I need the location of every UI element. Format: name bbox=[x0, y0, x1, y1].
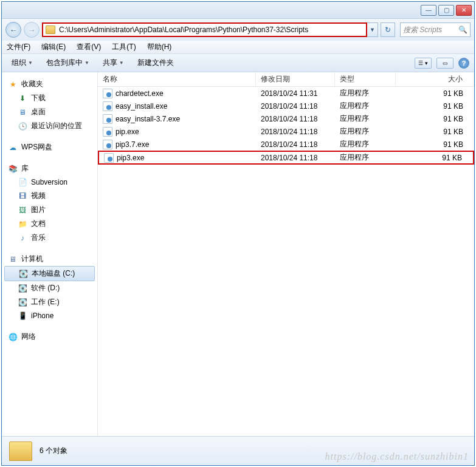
file-size: 91 KB bbox=[396, 140, 474, 149]
help-button[interactable]: ? bbox=[458, 58, 469, 69]
file-date: 2018/10/24 11:18 bbox=[256, 102, 335, 111]
titlebar: — ▢ ✕ bbox=[2, 2, 474, 19]
menu-edit[interactable]: 编辑(E) bbox=[41, 42, 66, 52]
address-input[interactable] bbox=[59, 26, 364, 34]
menu-help[interactable]: 帮助(H) bbox=[147, 42, 172, 52]
include-library-button[interactable]: 包含到库中▼ bbox=[41, 56, 94, 70]
new-folder-button[interactable]: 新建文件夹 bbox=[133, 56, 179, 70]
sidebar-wps[interactable]: ☁WPS网盘 bbox=[2, 140, 97, 154]
file-row[interactable]: pip3.exe2018/10/24 11:18应用程序91 KB bbox=[98, 151, 474, 165]
refresh-button[interactable]: ↻ bbox=[381, 22, 395, 37]
file-date: 2018/10/24 11:18 bbox=[256, 128, 335, 136]
menu-file[interactable]: 文件(F) bbox=[7, 42, 30, 52]
status-text: 6 个对象 bbox=[40, 446, 67, 456]
sidebar-item-drive-c[interactable]: 💽本地磁盘 (C:) bbox=[4, 266, 95, 281]
menu-view[interactable]: 查看(V) bbox=[77, 42, 101, 52]
file-name: chardetect.exe bbox=[116, 89, 164, 98]
search-box[interactable]: 搜索 Scripts 🔍 bbox=[400, 22, 471, 37]
exe-icon bbox=[103, 114, 112, 124]
file-type: 应用程序 bbox=[335, 126, 396, 137]
status-bar: 6 个对象 bbox=[2, 436, 474, 465]
file-date: 2018/10/24 11:31 bbox=[256, 89, 335, 98]
file-name: pip.exe bbox=[116, 128, 139, 136]
file-name: pip3.exe bbox=[117, 154, 144, 162]
file-row[interactable]: chardetect.exe2018/10/24 11:31应用程序91 KB bbox=[98, 87, 474, 100]
sidebar-item-documents[interactable]: 📁文档 bbox=[2, 217, 97, 231]
sidebar-item-drive-e[interactable]: 💽工作 (E:) bbox=[2, 295, 97, 309]
preview-pane-button[interactable]: ▭ bbox=[436, 58, 454, 69]
command-bar: 组织▼ 包含到库中▼ 共享▼ 新建文件夹 ☰ ▾ ▭ ? bbox=[2, 54, 474, 72]
exe-icon bbox=[103, 101, 112, 111]
sidebar-favorites[interactable]: ★收藏夹 bbox=[2, 77, 97, 91]
menu-tools[interactable]: 工具(T) bbox=[112, 42, 136, 52]
exe-icon bbox=[104, 153, 114, 163]
sidebar-item-drive-d[interactable]: 💽软件 (D:) bbox=[2, 281, 97, 295]
file-size: 91 KB bbox=[396, 89, 474, 98]
file-type: 应用程序 bbox=[335, 88, 396, 98]
sidebar-computer[interactable]: 🖥计算机 bbox=[2, 252, 97, 266]
file-type: 应用程序 bbox=[335, 114, 396, 124]
exe-icon bbox=[103, 127, 112, 137]
address-dropdown[interactable]: ▼ bbox=[367, 22, 378, 37]
file-row[interactable]: pip.exe2018/10/24 11:18应用程序91 KB bbox=[98, 125, 474, 138]
col-date[interactable]: 修改日期 bbox=[256, 72, 335, 86]
exe-icon bbox=[103, 89, 112, 98]
file-size: 91 KB bbox=[396, 115, 474, 123]
file-type: 应用程序 bbox=[335, 101, 396, 111]
organize-button[interactable]: 组织▼ bbox=[7, 56, 38, 70]
close-button[interactable]: ✕ bbox=[456, 5, 472, 16]
sidebar-item-music[interactable]: ♪音乐 bbox=[2, 231, 97, 245]
sidebar-item-iphone[interactable]: 📱iPhone bbox=[2, 309, 97, 322]
sidebar-item-desktop[interactable]: 🖥桌面 bbox=[2, 105, 97, 119]
sidebar-libraries[interactable]: 📚库 bbox=[2, 162, 97, 176]
address-bar[interactable] bbox=[42, 22, 367, 37]
column-headers: 名称 修改日期 类型 大小 bbox=[98, 72, 474, 87]
col-name[interactable]: 名称 bbox=[98, 72, 256, 86]
view-options-button[interactable]: ☰ ▾ bbox=[415, 58, 432, 69]
back-button[interactable]: ← bbox=[5, 22, 21, 38]
sidebar-item-videos[interactable]: 🎞视频 bbox=[2, 189, 97, 203]
exe-icon bbox=[103, 140, 112, 149]
folder-icon bbox=[46, 26, 55, 34]
sidebar-item-downloads[interactable]: ⬇下载 bbox=[2, 91, 97, 105]
search-icon: 🔍 bbox=[458, 26, 467, 34]
sidebar-item-subversion[interactable]: 📄Subversion bbox=[2, 176, 97, 189]
forward-button[interactable]: → bbox=[24, 22, 40, 38]
folder-icon bbox=[9, 441, 32, 461]
address-bar-container: ▼ ↻ bbox=[42, 22, 395, 38]
file-name: easy_install-3.7.exe bbox=[116, 115, 180, 123]
file-type: 应用程序 bbox=[335, 139, 396, 149]
menu-bar: 文件(F) 编辑(E) 查看(V) 工具(T) 帮助(H) bbox=[2, 41, 474, 54]
nav-toolbar: ← → ▼ ↻ 搜索 Scripts 🔍 bbox=[2, 19, 474, 41]
file-date: 2018/10/24 11:18 bbox=[256, 154, 335, 162]
share-button[interactable]: 共享▼ bbox=[98, 56, 129, 70]
file-row[interactable]: easy_install-3.7.exe2018/10/24 11:18应用程序… bbox=[98, 112, 474, 125]
file-size: 91 KB bbox=[396, 128, 474, 136]
sidebar-item-pictures[interactable]: 🖼图片 bbox=[2, 203, 97, 217]
file-name: pip3.7.exe bbox=[116, 140, 149, 149]
file-type: 应用程序 bbox=[335, 152, 396, 163]
file-date: 2018/10/24 11:18 bbox=[256, 140, 335, 149]
col-type[interactable]: 类型 bbox=[335, 72, 396, 86]
file-row[interactable]: easy_install.exe2018/10/24 11:18应用程序91 K… bbox=[98, 100, 474, 112]
file-date: 2018/10/24 11:18 bbox=[256, 115, 335, 123]
minimize-button[interactable]: — bbox=[421, 5, 436, 16]
search-placeholder: 搜索 Scripts bbox=[403, 25, 442, 35]
sidebar-network[interactable]: 🌐网络 bbox=[2, 330, 97, 344]
file-size: 91 KB bbox=[396, 102, 474, 111]
sidebar-item-recent[interactable]: 🕓最近访问的位置 bbox=[2, 119, 97, 133]
explorer-window: — ▢ ✕ ← → ▼ ↻ 搜索 Scripts 🔍 文件(F) 编辑(E) 查… bbox=[1, 1, 475, 466]
file-size: 91 KB bbox=[396, 154, 473, 162]
file-name: easy_install.exe bbox=[116, 102, 167, 111]
file-rows: chardetect.exe2018/10/24 11:31应用程序91 KBe… bbox=[98, 87, 474, 436]
file-row[interactable]: pip3.7.exe2018/10/24 11:18应用程序91 KB bbox=[98, 138, 474, 151]
nav-sidebar: ★收藏夹 ⬇下载 🖥桌面 🕓最近访问的位置 ☁WPS网盘 📚库 📄Subvers… bbox=[2, 72, 98, 436]
col-size[interactable]: 大小 bbox=[396, 72, 474, 86]
file-list-pane: 名称 修改日期 类型 大小 chardetect.exe2018/10/24 1… bbox=[98, 72, 474, 436]
maximize-button[interactable]: ▢ bbox=[438, 5, 454, 16]
